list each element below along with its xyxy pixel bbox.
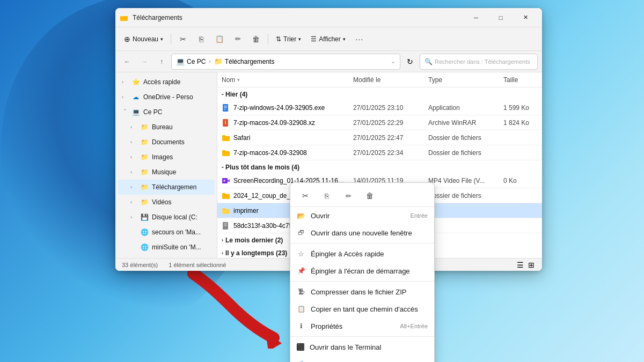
ctx-separator — [290, 281, 434, 282]
sidebar-item-documents[interactable]: › 📁 Documents — [118, 135, 215, 150]
col-modified[interactable]: Modifié le — [349, 72, 424, 87]
group-label: Il y a longtemps (23) — [225, 249, 287, 257]
folder-icon — [222, 149, 230, 157]
ctx-item-unlock-file-locksmith[interactable]: 🔒 Unlock with File Locksmith — [290, 356, 434, 362]
view-toggle: ☰ ⊞ — [516, 261, 536, 269]
svg-rect-9 — [225, 122, 226, 123]
toolbar-sep-2 — [268, 34, 268, 45]
ctx-item-ouvrir-fenetre[interactable]: 🗗 Ouvrir dans une nouvelle fenêtre — [290, 224, 434, 241]
window-icon — [120, 13, 128, 22]
col-type-label: Type — [428, 76, 442, 84]
up-button[interactable]: ↑ — [154, 54, 169, 69]
back-button[interactable]: ← — [120, 54, 135, 69]
delete-button[interactable]: 🗑 — [247, 31, 265, 48]
table-row[interactable]: 7-zip-windows-24.09-32905.exe 27/01/2025… — [217, 100, 542, 115]
sidebar-item-telechargements[interactable]: › 📁 Téléchargemen — [118, 180, 215, 195]
ctx-item-epingler-ecran-demarrage[interactable]: 📌 Épingler à l'écran de démarrage — [290, 262, 434, 279]
minimize-button[interactable]: ─ — [464, 8, 488, 27]
window-title: Téléchargements — [133, 14, 464, 21]
sidebar-item-acces-rapide[interactable]: › ⭐ Accès rapide — [118, 75, 215, 90]
dropdown-icon[interactable]: ⌄ — [391, 58, 396, 65]
col-size[interactable]: Taille — [499, 72, 542, 87]
expand-arrow-icon: › — [122, 79, 128, 85]
view-icon: ☰ — [311, 35, 317, 43]
drive-icon: 💾 — [140, 213, 149, 221]
ctx-item-label: Épingler à l'écran de démarrage — [311, 267, 422, 275]
ctx-item-shortcut: Alt+Entrée — [400, 323, 428, 329]
view-label: Afficher — [319, 35, 340, 43]
ctx-separator — [290, 243, 434, 243]
ctx-item-copier-chemin[interactable]: 📋 Copier en tant que chemin d'accès — [290, 300, 434, 317]
cut-button[interactable]: ✂ — [174, 31, 192, 48]
ctx-item-epingler-acces-rapide[interactable]: ☆ Épingler à Accès rapide — [290, 245, 434, 262]
sidebar-item-disque-local[interactable]: › 💾 Disque local (C: — [118, 210, 215, 225]
file-size: 1 599 Ko — [499, 104, 542, 112]
file-name: imprimer — [233, 207, 259, 215]
search-box[interactable]: 🔍 Rechercher dans : Téléchargements — [420, 54, 538, 70]
sidebar-item-secours[interactable]: › 🌐 secours on 'Ma... — [118, 225, 215, 240]
svg-rect-17 — [224, 225, 227, 226]
search-placeholder: Rechercher dans : Téléchargements — [435, 58, 530, 65]
copy-button[interactable]: ⎘ — [193, 31, 210, 48]
toolbar-sep-1 — [171, 34, 171, 45]
new-button[interactable]: ⊕ Nouveau ▾ — [120, 31, 167, 48]
col-type[interactable]: Type — [424, 72, 499, 87]
address-path[interactable]: 💻 Ce PC › 📁 Téléchargements ⌄ — [171, 54, 400, 70]
table-row[interactable]: 7-zip-macos-24.09-32908.xz 27/01/2025 22… — [217, 115, 542, 130]
ctx-copy-button[interactable]: ⎘ — [318, 188, 335, 203]
maximize-button[interactable]: □ — [488, 8, 513, 27]
svg-rect-3 — [224, 106, 227, 107]
ctx-delete-button[interactable]: 🗑 — [361, 188, 378, 203]
folder-icon — [222, 134, 230, 142]
expand-arrow-icon: › — [130, 169, 137, 175]
expand-arrow-icon: › — [130, 215, 137, 220]
group-plus-tot-mois[interactable]: › Plus tôt dans le mois (4) — [217, 160, 542, 173]
svg-marker-12 — [228, 179, 230, 182]
expand-arrow-icon: › — [130, 139, 137, 145]
sidebar-item-label: Musique — [152, 168, 210, 176]
network-icon: 🌐 — [140, 243, 149, 251]
sort-button[interactable]: ⇅ Trier ▾ — [272, 31, 305, 48]
folder-icon — [222, 191, 230, 200]
sidebar-item-minisuite[interactable]: › 🌐 miniSuite on 'M... — [118, 240, 215, 255]
sidebar-item-ce-pc[interactable]: › 💻 Ce PC — [118, 105, 215, 120]
ctx-item-ouvrir[interactable]: 📂 Ouvrir Entrée — [290, 207, 434, 224]
sidebar-item-label: secours on 'Ma... — [152, 228, 210, 236]
folder-open-icon: 📂 — [297, 211, 305, 220]
ctx-separator — [290, 336, 434, 337]
view-button[interactable]: ☰ Afficher ▾ — [306, 31, 349, 48]
forward-button[interactable]: → — [137, 54, 152, 69]
folder-icon: 📁 — [140, 198, 149, 206]
network-icon: 🌐 — [140, 228, 149, 236]
table-row[interactable]: Safari 27/01/2025 22:47 Dossier de fichi… — [217, 130, 542, 145]
ctx-item-label: Ouvrir dans le Terminal — [310, 343, 422, 351]
close-button[interactable]: ✕ — [513, 8, 538, 27]
details-view-button[interactable]: ⊞ — [527, 261, 536, 269]
ctx-item-label: Copier en tant que chemin d'accès — [311, 305, 422, 313]
sidebar-item-images[interactable]: › 📁 Images — [118, 150, 215, 165]
paste-button[interactable]: 📋 — [211, 31, 228, 48]
sidebar-item-onedrive[interactable]: › ☁ OneDrive - Perso — [118, 90, 215, 105]
col-sort-icon: ▾ — [237, 77, 240, 83]
rename-button[interactable]: ✏ — [229, 31, 246, 48]
table-row[interactable]: 7-zip-macos-24.09-32908 27/01/2025 22:34… — [217, 145, 542, 160]
ctx-rename-button[interactable]: ✏ — [340, 188, 357, 203]
group-label: Plus tôt dans le mois (4) — [225, 164, 299, 171]
sidebar-item-videos[interactable]: › 📁 Vidéos — [118, 195, 215, 210]
ctx-cut-button[interactable]: ✂ — [297, 188, 314, 203]
list-view-button[interactable]: ☰ — [516, 261, 525, 269]
file-size: 0 Ko — [499, 177, 542, 184]
sidebar-item-bureau[interactable]: › 📁 Bureau — [118, 120, 215, 135]
refresh-button[interactable]: ↻ — [402, 54, 418, 69]
col-name[interactable]: Nom ▾ — [217, 72, 349, 87]
more-button[interactable]: ··· — [351, 31, 368, 48]
ctx-item-ouvrir-terminal[interactable]: ⬛ Ouvrir dans le Terminal — [290, 338, 434, 356]
ctx-item-compresser-zip[interactable]: 🗜 Compresser dans le fichier ZIP — [290, 283, 434, 300]
ce-pc-icon: 💻 — [176, 57, 185, 65]
group-hier[interactable]: › Hier (4) — [217, 87, 542, 100]
sidebar-item-musique[interactable]: › 📁 Musique — [118, 165, 215, 180]
expand-arrow-icon: › — [122, 94, 128, 100]
ctx-item-proprietes[interactable]: ℹ Propriétés Alt+Entrée — [290, 317, 434, 335]
sidebar-item-label: Bureau — [152, 123, 210, 131]
sort-icon: ⇅ — [276, 35, 281, 43]
